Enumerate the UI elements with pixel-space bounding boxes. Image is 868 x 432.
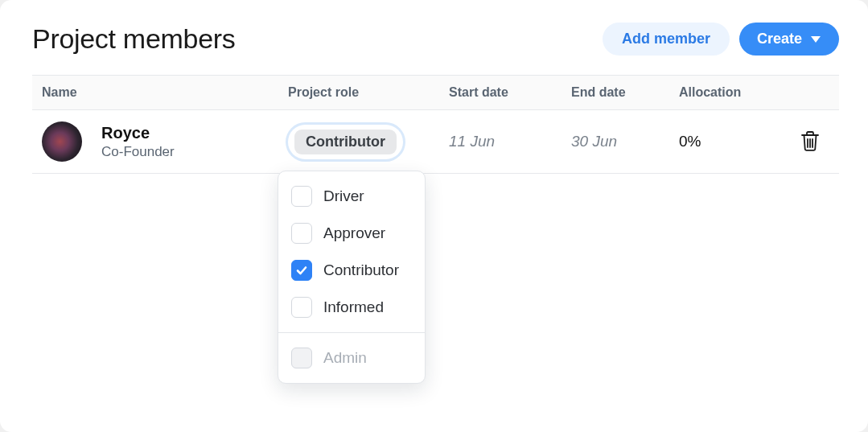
create-button[interactable]: Create — [739, 23, 839, 56]
svg-marker-0 — [811, 36, 821, 43]
role-option-admin: Admin — [278, 339, 425, 376]
table-row: Royce Co-Founder Contributor 11 Jun 30 J… — [32, 110, 839, 174]
avatar — [42, 121, 82, 162]
delete-button[interactable] — [796, 126, 824, 158]
caret-down-icon — [810, 35, 821, 43]
checkbox-unchecked-icon — [291, 223, 312, 244]
role-option-driver[interactable]: Driver — [278, 178, 425, 215]
checkbox-unchecked-icon — [291, 297, 312, 318]
member-title: Co-Founder — [101, 144, 175, 160]
end-date-cell[interactable]: 30 Jun — [571, 133, 679, 150]
member-name: Royce — [101, 124, 175, 142]
role-option-label: Admin — [323, 349, 367, 367]
project-members-panel: Project members Add member Create Name P… — [0, 0, 868, 432]
create-button-label: Create — [757, 31, 802, 47]
table-header: Name Project role Start date End date Al… — [32, 76, 839, 110]
column-header-end: End date — [571, 85, 679, 100]
checkbox-unchecked-icon — [291, 186, 312, 207]
column-header-role: Project role — [288, 85, 449, 100]
role-option-informed[interactable]: Informed — [278, 289, 425, 326]
start-date-cell[interactable]: 11 Jun — [449, 133, 571, 150]
page-title: Project members — [32, 23, 235, 55]
trash-icon — [800, 130, 821, 152]
column-header-name: Name — [42, 85, 288, 100]
members-table: Name Project role Start date End date Al… — [32, 75, 839, 174]
role-option-label: Informed — [323, 298, 384, 316]
role-selector[interactable]: Contributor — [288, 125, 403, 159]
checkbox-disabled-icon — [291, 348, 312, 368]
role-option-label: Driver — [323, 187, 364, 205]
add-member-button[interactable]: Add member — [603, 23, 730, 56]
role-option-contributor[interactable]: Contributor — [278, 252, 425, 289]
allocation-cell[interactable]: 0% — [679, 133, 784, 150]
role-option-label: Contributor — [323, 261, 399, 279]
header-actions: Add member Create — [603, 23, 839, 56]
role-option-label: Approver — [323, 224, 385, 242]
column-header-allocation: Allocation — [679, 85, 784, 100]
checkbox-checked-icon — [291, 260, 312, 281]
header: Project members Add member Create — [32, 23, 839, 56]
role-dropdown: Driver Approver Contributor Informed Adm… — [278, 171, 426, 384]
role-option-approver[interactable]: Approver — [278, 215, 425, 252]
role-badge: Contributor — [294, 130, 397, 154]
column-header-start: Start date — [449, 85, 571, 100]
